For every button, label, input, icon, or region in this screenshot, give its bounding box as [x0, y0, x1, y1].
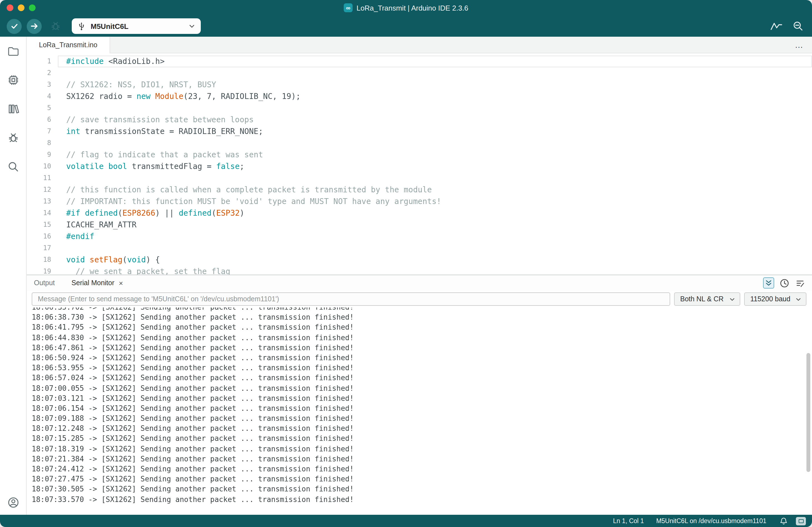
- line-number: 19: [27, 266, 58, 275]
- sidebar-item-sketchbook[interactable]: [0, 37, 26, 65]
- code-line[interactable]: 14#if defined(ESP8266) || defined(ESP32): [27, 207, 812, 219]
- code-line-text: [58, 102, 812, 114]
- sidebar-item-debug[interactable]: [0, 123, 26, 152]
- line-number: 2: [27, 67, 58, 79]
- code-line-text: // flag to indicate that a packet was se…: [58, 149, 812, 161]
- serial-output-line: 18:07:09.188 -> [SX1262] Sending another…: [32, 414, 812, 424]
- sidebar-item-boards-manager[interactable]: [0, 65, 26, 94]
- arrow-right-icon: [30, 22, 39, 31]
- search-icon: [7, 161, 19, 173]
- code-line[interactable]: 13// IMPORTANT: this function MUST be 'v…: [27, 196, 812, 207]
- code-line[interactable]: 12// this function is called when a comp…: [27, 184, 812, 196]
- code-line-text: [58, 243, 812, 254]
- serial-output-line: 18:07:15.285 -> [SX1262] Sending another…: [32, 434, 812, 444]
- serial-output-line: 18:06:35.702 -> [SX1262] Sending another…: [32, 307, 812, 312]
- timestamp-toggle-button[interactable]: [779, 277, 790, 289]
- line-number: 18: [27, 254, 58, 266]
- chevron-down-icon: [189, 23, 195, 29]
- serial-output-line: 18:07:06.154 -> [SX1262] Sending another…: [32, 404, 812, 414]
- code-line[interactable]: 10volatile bool transmittedFlag = false;: [27, 161, 812, 172]
- line-number: 5: [27, 102, 58, 114]
- workspace: LoRa_Transmit.ino … 1#include <RadioLib.…: [27, 37, 812, 515]
- sidebar-item-search[interactable]: [0, 152, 26, 181]
- sidebar-item-library-manager[interactable]: [0, 94, 26, 123]
- code-line[interactable]: 3// SX1262: NSS, DIO1, NRST, BUSY: [27, 79, 812, 91]
- tab-lora-transmit-ino[interactable]: LoRa_Transmit.ino: [27, 37, 110, 53]
- line-number: 14: [27, 207, 58, 219]
- code-line[interactable]: 7int transmissionState = RADIOLIB_ERR_NO…: [27, 126, 812, 137]
- serial-output-area[interactable]: 18:06:35.702 -> [SX1262] Sending another…: [27, 307, 812, 515]
- code-line-text: [58, 67, 812, 79]
- toolbar-right: [770, 20, 804, 32]
- line-number: 8: [27, 137, 58, 149]
- code-line-text: void setFlag(void) {: [58, 254, 812, 266]
- code-line[interactable]: 18void setFlag(void) {: [27, 254, 812, 266]
- line-number: 12: [27, 184, 58, 196]
- account-button[interactable]: [0, 490, 26, 515]
- line-number: 4: [27, 91, 58, 102]
- library-books-icon: [7, 103, 19, 115]
- line-number: 7: [27, 126, 58, 137]
- clock-icon: [780, 278, 789, 288]
- serial-output-line: 18:07:24.412 -> [SX1262] Sending another…: [32, 464, 812, 474]
- usb-icon: [77, 22, 86, 31]
- check-icon: [10, 22, 19, 31]
- serial-output-lines: 18:06:35.702 -> [SX1262] Sending another…: [32, 307, 812, 505]
- code-line[interactable]: 4SX1262 radio = new Module(23, 7, RADIOL…: [27, 91, 812, 102]
- code-line[interactable]: 16#endif: [27, 231, 812, 243]
- verify-button[interactable]: [7, 19, 22, 34]
- tab-overflow-menu[interactable]: …: [787, 40, 812, 49]
- code-line[interactable]: 9// flag to indicate that a packet was s…: [27, 149, 812, 161]
- code-line-text: ICACHE_RAM_ATTR: [58, 219, 812, 231]
- panel-tab-serial-monitor[interactable]: Serial Monitor ×: [71, 279, 123, 287]
- toolbar: M5UnitC6L: [0, 16, 812, 37]
- panel-tab-output[interactable]: Output: [34, 279, 55, 287]
- serial-output-line: 18:06:41.795 -> [SX1262] Sending another…: [32, 323, 812, 333]
- debug-button[interactable]: [49, 19, 62, 33]
- board-selector-dropdown[interactable]: M5UnitC6L: [72, 18, 201, 34]
- code-line[interactable]: 5: [27, 102, 812, 114]
- line-number: 1: [27, 56, 58, 67]
- line-number: 9: [27, 149, 58, 161]
- code-line[interactable]: 19 // we sent a packet, set the flag: [27, 266, 812, 275]
- serial-input-row: Both NL & CR 115200 baud: [27, 291, 812, 307]
- line-number: 11: [27, 172, 58, 184]
- serial-message-input[interactable]: [32, 292, 670, 306]
- serial-scrollbar-thumb[interactable]: [807, 353, 810, 472]
- upload-button[interactable]: [27, 19, 42, 34]
- code-editor[interactable]: 1#include <RadioLib.h>23// SX1262: NSS, …: [27, 53, 812, 275]
- serial-output-line: 18:07:27.475 -> [SX1262] Sending another…: [32, 474, 812, 484]
- board-connection-status: M5UnitC6L on /dev/cu.usbmodem1101: [656, 517, 766, 524]
- code-line-text: // IMPORTANT: this function MUST be 'voi…: [58, 196, 812, 207]
- notifications-bell-button[interactable]: [780, 517, 787, 525]
- serial-output-line: 18:07:03.121 -> [SX1262] Sending another…: [32, 393, 812, 403]
- code-line[interactable]: 15ICACHE_RAM_ATTR: [27, 219, 812, 231]
- line-number: 15: [27, 219, 58, 231]
- serial-output-line: 18:06:50.924 -> [SX1262] Sending another…: [32, 353, 812, 363]
- code-line-text: SX1262 radio = new Module(23, 7, RADIOLI…: [58, 91, 812, 102]
- minimize-window-button[interactable]: [18, 4, 25, 11]
- close-window-button[interactable]: [7, 4, 13, 11]
- baud-rate-dropdown[interactable]: 115200 baud: [744, 292, 807, 306]
- autoscroll-toggle-button[interactable]: [763, 277, 774, 289]
- serial-plotter-button[interactable]: [770, 20, 783, 32]
- code-line-text: #if defined(ESP8266) || defined(ESP32): [58, 207, 812, 219]
- chevron-down-icon: [729, 296, 735, 302]
- serial-output-line: 18:07:30.505 -> [SX1262] Sending another…: [32, 484, 812, 495]
- code-line[interactable]: 6// save transmission state between loop…: [27, 114, 812, 126]
- line-ending-dropdown[interactable]: Both NL & CR: [674, 292, 740, 306]
- close-icon[interactable]: ×: [119, 279, 123, 287]
- zoom-window-button[interactable]: [29, 4, 35, 11]
- code-line[interactable]: 11: [27, 172, 812, 184]
- serial-monitor-button[interactable]: [792, 20, 804, 32]
- clear-output-button[interactable]: [794, 277, 805, 289]
- code-line[interactable]: 1#include <RadioLib.h>: [27, 56, 812, 67]
- code-line-text: #endif: [58, 231, 812, 243]
- titlebar: ∞ LoRa_Transmit | Arduino IDE 2.3.6: [0, 0, 812, 16]
- toggle-panel-button[interactable]: [796, 517, 806, 525]
- code-line[interactable]: 8: [27, 137, 812, 149]
- bottom-panel: Output Serial Monitor ×: [27, 275, 812, 515]
- code-line[interactable]: 2: [27, 67, 812, 79]
- serial-output-line: 18:07:18.319 -> [SX1262] Sending another…: [32, 444, 812, 454]
- code-line[interactable]: 17: [27, 243, 812, 254]
